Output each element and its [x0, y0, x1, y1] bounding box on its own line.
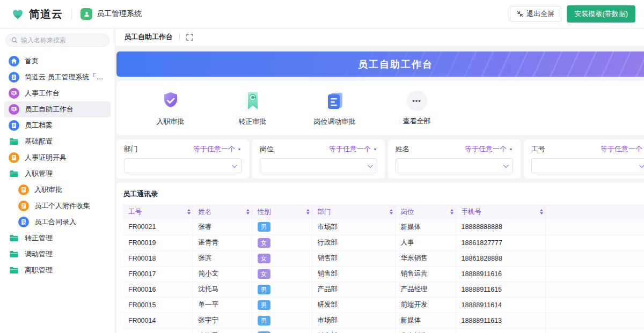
- folder-icon: [9, 265, 19, 276]
- shortcut-view-all[interactable]: ••• 查看全部: [376, 91, 458, 126]
- document-icon: [9, 72, 19, 83]
- install-template-button[interactable]: 安装模板(带数据): [567, 5, 635, 23]
- sidebar-item-label: 调动管理: [25, 249, 53, 259]
- sidebar-item-hr-workbench[interactable]: 人事工作台: [4, 85, 111, 101]
- cell-name: 单一平: [193, 297, 252, 313]
- cell-employee-id: FR00015: [123, 297, 193, 313]
- filter-select[interactable]: [124, 158, 241, 173]
- gender-badge: 男: [258, 222, 270, 232]
- sidebar-item-label: 简道云 员工管理系统「必看说...: [25, 72, 107, 82]
- sort-icon[interactable]: [246, 209, 250, 214]
- banner: 员工自助工作台: [116, 51, 644, 77]
- sidebar-item-basic-config[interactable]: 基础配置: [4, 134, 111, 150]
- sort-icon[interactable]: [390, 209, 393, 214]
- sort-icon[interactable]: [187, 209, 191, 214]
- shortcut-regularization-approval[interactable]: 转正审批: [211, 90, 294, 127]
- employee-table: 工号 姓名 性别 部门 岗位 手机号 FR00021 张睿: [123, 204, 644, 333]
- column-header-department[interactable]: 部门: [312, 204, 395, 219]
- table-row[interactable]: FR00019 谌青青 女 行政部 人事 18861827777: [123, 235, 644, 250]
- sidebar-item-attachment-collect[interactable]: 员工个人附件收集: [14, 198, 111, 214]
- search-input[interactable]: [21, 36, 101, 44]
- header-divider: [71, 9, 72, 19]
- exit-fullscreen-button[interactable]: 退出全屏: [510, 6, 561, 22]
- sidebar-search[interactable]: [5, 34, 109, 47]
- sidebar-item-onboarding-mgmt[interactable]: 入职管理: [4, 166, 111, 182]
- sidebar-item-home[interactable]: 首页: [4, 53, 111, 69]
- gender-badge: 男: [258, 316, 270, 325]
- filter-select[interactable]: [531, 158, 644, 173]
- shield-check-icon: [160, 90, 181, 112]
- filter-name: 姓名 等于任意一个▼: [388, 139, 521, 179]
- sidebar-item-label: 员工合同录入: [34, 217, 76, 227]
- cell-name: 张睿: [193, 219, 252, 235]
- jiandaoyun-logo: 简道云: [11, 7, 63, 21]
- sort-icon[interactable]: [306, 209, 310, 214]
- shortcut-label: 入职审批: [157, 117, 185, 127]
- column-header-empty: [545, 204, 644, 219]
- cell-position: 人事: [395, 235, 456, 250]
- table-row[interactable]: FR00015 单一平 男 研发部 前端开发 18888911614: [123, 297, 644, 313]
- cell-employee-id: FR00014: [123, 313, 193, 328]
- sidebar-item-transfer-mgmt[interactable]: 调动管理: [4, 246, 111, 262]
- column-header-gender[interactable]: 性别: [252, 204, 312, 219]
- filter-label: 部门: [124, 144, 138, 154]
- sidebar-item-hr-certificate[interactable]: 人事证明开具: [4, 150, 111, 166]
- caret-down-icon: ▼: [237, 147, 241, 151]
- cell-department: 产品部: [312, 282, 395, 297]
- filter-operator-dropdown[interactable]: 等于任意一个▼: [465, 144, 513, 154]
- cell-position: 新媒体: [395, 313, 456, 328]
- table-row[interactable]: FR00016 沈托马 男 产品部 产品经理 18888911615: [123, 282, 644, 297]
- shortcut-transfer-approval[interactable]: 岗位调动审批: [294, 90, 376, 127]
- sidebar-item-onboarding-approval[interactable]: 入职审批: [14, 182, 111, 198]
- cell-phone: 18861827777: [456, 235, 545, 250]
- shortcut-label: 转正审批: [239, 117, 267, 127]
- cell-position: 产品经理: [395, 282, 456, 297]
- filter-select[interactable]: [396, 158, 513, 173]
- shortcut-label: 岗位调动审批: [314, 117, 356, 127]
- banner-title: 员工自助工作台: [358, 58, 433, 71]
- filter-operator-dropdown[interactable]: 等于任意一个▼: [193, 144, 241, 154]
- sidebar-item-resignation-mgmt[interactable]: 离职管理: [4, 262, 111, 278]
- fullscreen-expand-icon[interactable]: [186, 34, 193, 41]
- cell-gender: 女: [252, 235, 312, 250]
- sidebar-item-employee-workbench[interactable]: 员工自助工作台: [4, 101, 111, 117]
- table-row[interactable]: FR00017 简小文 女 销售部 销售运营 18888911616: [123, 266, 644, 282]
- cell-position: 销售运营: [395, 266, 456, 282]
- sidebar-item-label: 基础配置: [25, 137, 53, 146]
- sort-icon[interactable]: [540, 209, 543, 214]
- chevron-down-icon: [368, 162, 373, 168]
- column-header-name[interactable]: 姓名: [193, 204, 252, 219]
- table-row[interactable]: FR00021 张睿 男 市场部 新媒体 18888888888: [123, 219, 644, 235]
- sort-icon[interactable]: [450, 209, 453, 214]
- filter-operator-dropdown[interactable]: 等于任意一个▼: [601, 144, 644, 154]
- cell-empty: [545, 313, 644, 328]
- column-header-phone[interactable]: 手机号: [456, 204, 545, 219]
- sidebar-item-contract-entry[interactable]: 员工合同录入: [14, 214, 111, 230]
- sidebar-item-label: 入职管理: [25, 169, 53, 179]
- sidebar-item-employee-files[interactable]: 员工档案: [4, 117, 111, 134]
- column-header-position[interactable]: 岗位: [395, 204, 456, 219]
- filter-operator-dropdown[interactable]: 等于任意一个▼: [329, 144, 377, 154]
- exit-fullscreen-label: 退出全屏: [526, 9, 554, 19]
- table-row[interactable]: FR00018 张滨 女 销售部 华东销售 18861828888: [123, 250, 644, 266]
- folder-icon: [9, 136, 19, 147]
- document-icon: [9, 152, 19, 163]
- shortcut-onboarding-approval[interactable]: 入职审批: [129, 90, 211, 127]
- document-icon: [9, 120, 19, 131]
- table-row[interactable]: FR00014 张宇宁 男 市场部 新媒体 18888911613: [123, 313, 644, 328]
- sidebar-item-regularization-mgmt[interactable]: 转正管理: [4, 230, 111, 246]
- sidebar-item-readme[interactable]: 简道云 员工管理系统「必看说...: [4, 69, 111, 85]
- column-header-employee-id[interactable]: 工号: [123, 204, 193, 219]
- gender-badge: 女: [258, 238, 270, 248]
- cell-employee-id: FR00018: [123, 250, 193, 266]
- cell-name: 谌青青: [193, 235, 252, 250]
- filter-select[interactable]: [260, 158, 377, 173]
- logo-text: 简道云: [29, 7, 63, 21]
- cell-department: 行政部: [312, 235, 395, 250]
- folder-icon: [9, 233, 19, 243]
- table-row[interactable]: FR00013 庄海乔 男 销售部 华东销售 18888911612: [123, 328, 644, 333]
- home-icon: [9, 56, 19, 66]
- tab-divider: [179, 33, 180, 41]
- cell-empty: [545, 282, 644, 297]
- tab-employee-workbench[interactable]: 员工自助工作台: [124, 32, 173, 42]
